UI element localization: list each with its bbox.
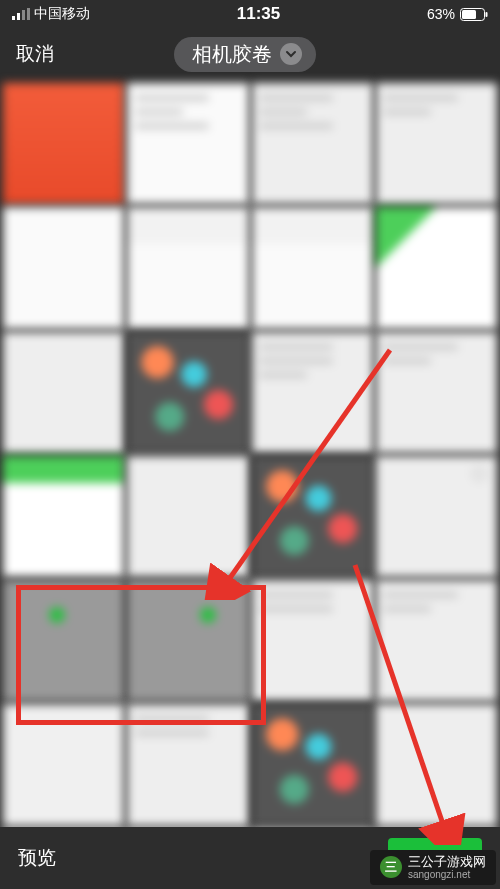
photo-thumb[interactable] — [3, 456, 124, 577]
battery-label: 63% — [427, 6, 455, 22]
photo-thumb[interactable] — [252, 83, 373, 204]
watermark: 三 三公子游戏网 sangongzi.net — [370, 850, 496, 885]
photo-thumb[interactable] — [376, 580, 497, 701]
svg-rect-2 — [22, 10, 25, 20]
photo-thumb[interactable] — [252, 456, 373, 577]
photo-grid — [0, 80, 500, 889]
photo-thumb[interactable] — [376, 704, 497, 825]
clock: 11:35 — [237, 4, 280, 24]
preview-button[interactable]: 预览 — [18, 845, 56, 871]
selection-ring-icon — [467, 462, 491, 486]
photo-thumb[interactable] — [3, 580, 124, 701]
nav-bar: 取消 相机胶卷 — [0, 28, 500, 80]
photo-thumb[interactable] — [3, 332, 124, 453]
album-title: 相机胶卷 — [192, 41, 272, 68]
photo-thumb[interactable] — [127, 456, 248, 577]
photo-thumb[interactable] — [252, 704, 373, 825]
carrier-label: 中国移动 — [34, 5, 90, 23]
svg-rect-6 — [485, 12, 487, 17]
photo-thumb[interactable] — [252, 580, 373, 701]
cancel-button[interactable]: 取消 — [16, 41, 54, 67]
watermark-url: sangongzi.net — [408, 869, 486, 880]
svg-rect-1 — [17, 13, 20, 20]
photo-thumb[interactable] — [127, 704, 248, 825]
photo-thumb[interactable] — [3, 704, 124, 825]
watermark-badge-icon: 三 — [380, 856, 402, 878]
photo-thumb[interactable] — [376, 207, 497, 328]
photo-thumb[interactable] — [127, 83, 248, 204]
svg-rect-0 — [12, 16, 15, 20]
photo-thumb[interactable] — [376, 332, 497, 453]
svg-rect-3 — [27, 8, 30, 20]
chevron-down-icon — [280, 43, 302, 65]
album-selector[interactable]: 相机胶卷 — [174, 37, 316, 72]
status-bar: 中国移动 11:35 63% — [0, 0, 500, 28]
photo-thumb[interactable] — [252, 332, 373, 453]
photo-thumb[interactable] — [127, 332, 248, 453]
watermark-text: 三公子游戏网 — [408, 855, 486, 869]
photo-thumb[interactable] — [127, 207, 248, 328]
photo-thumb[interactable] — [127, 580, 248, 701]
svg-rect-5 — [462, 10, 476, 19]
signal-icon — [12, 8, 30, 20]
photo-thumb[interactable] — [376, 456, 497, 577]
photo-thumb[interactable] — [3, 207, 124, 328]
photo-thumb[interactable] — [252, 207, 373, 328]
photo-thumb[interactable] — [3, 83, 124, 204]
battery-icon — [460, 8, 488, 21]
photo-thumb[interactable] — [376, 83, 497, 204]
